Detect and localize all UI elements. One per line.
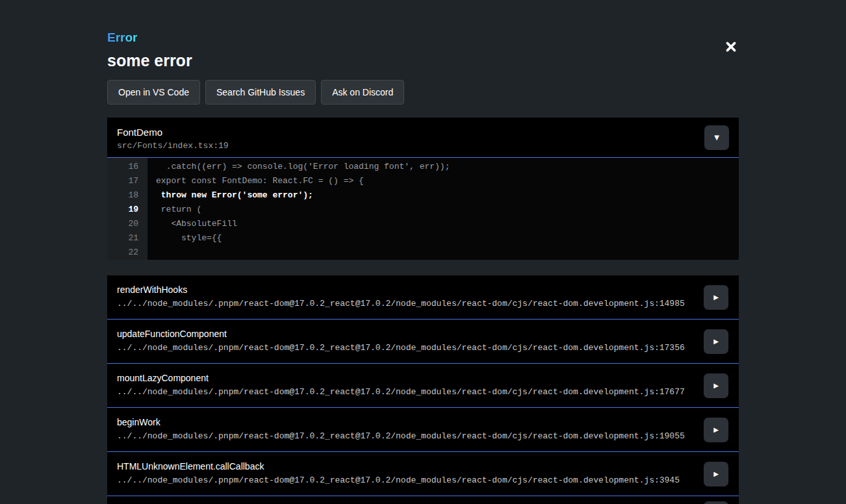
frame-source-location: ../../node_modules/.pnpm/react-dom@17.0.… bbox=[117, 475, 729, 485]
collapse-frame-button[interactable]: ▼ bbox=[704, 125, 729, 150]
error-overlay: { "header": { "kicker": "Error", "title"… bbox=[0, 0, 846, 504]
line-number: 16 bbox=[107, 160, 147, 174]
frame-function-name: FontDemo bbox=[117, 127, 729, 138]
frame-function-name: renderWithHooks bbox=[117, 284, 729, 296]
code-line-error: throw new Error('some error'); bbox=[147, 188, 739, 203]
code-line: style={{ bbox=[147, 231, 739, 246]
search-github-issues-button[interactable]: Search GitHub Issues bbox=[205, 80, 316, 105]
stack-frame-row: mountLazyComponent ../../node_modules/.p… bbox=[107, 364, 739, 408]
stack-frame-row-partial bbox=[107, 496, 739, 504]
code-snippet: 16 17 18 19 20 21 22 .catch((err) => con… bbox=[107, 158, 739, 260]
chevron-right-icon: ▶ bbox=[713, 471, 719, 477]
line-number-highlighted: 19 bbox=[107, 203, 147, 217]
chevron-right-icon: ▶ bbox=[713, 383, 719, 389]
code-line: .catch((err) => console.log('Error loadi… bbox=[147, 160, 739, 174]
frame-source-location: ../../node_modules/.pnpm/react-dom@17.0.… bbox=[117, 299, 729, 309]
line-number: 20 bbox=[107, 217, 147, 231]
stack-frame-row: beginWork ../../node_modules/.pnpm/react… bbox=[107, 408, 739, 452]
chevron-down-icon: ▼ bbox=[714, 134, 719, 141]
expand-frame-button[interactable]: ▶ bbox=[704, 373, 728, 398]
code-line: <AbsoluteFill bbox=[147, 217, 739, 231]
line-number: 21 bbox=[107, 231, 147, 246]
stack-trace-list: renderWithHooks ../../node_modules/.pnpm… bbox=[107, 275, 739, 504]
stack-frame-expanded: FontDemo src/Fonts/index.tsx:19 ▼ 16 17 … bbox=[107, 118, 739, 260]
frame-function-name: beginWork bbox=[117, 417, 729, 428]
stack-frame-row: updateFunctionComponent ../../node_modul… bbox=[107, 320, 739, 364]
frame-source-location: ../../node_modules/.pnpm/react-dom@17.0.… bbox=[117, 387, 729, 397]
chevron-right-icon: ▶ bbox=[713, 294, 719, 301]
open-in-vscode-button[interactable]: Open in VS Code bbox=[107, 80, 200, 105]
chevron-right-icon: ▶ bbox=[713, 338, 719, 345]
line-number-gutter: 16 17 18 19 20 21 22 bbox=[107, 158, 147, 260]
code-lines: .catch((err) => console.log('Error loadi… bbox=[147, 158, 739, 260]
error-panel: Error some error Open in VS Code Search … bbox=[107, 0, 739, 504]
expand-frame-button[interactable]: ▶ bbox=[704, 418, 728, 442]
expand-frame-button[interactable]: ▶ bbox=[704, 285, 728, 310]
stack-frame-row: renderWithHooks ../../node_modules/.pnpm… bbox=[107, 275, 739, 320]
line-number: 22 bbox=[107, 246, 147, 260]
expand-frame-button[interactable]: ▶ bbox=[704, 329, 728, 354]
expand-frame-button[interactable]: ▶ bbox=[704, 462, 728, 486]
error-type-label: Error bbox=[107, 30, 137, 45]
frame-source-location: src/Fonts/index.tsx:19 bbox=[117, 141, 729, 151]
frame-source-location: ../../node_modules/.pnpm/react-dom@17.0.… bbox=[117, 431, 729, 441]
expand-frame-button[interactable] bbox=[704, 501, 728, 504]
frame-source-location: ../../node_modules/.pnpm/react-dom@17.0.… bbox=[117, 343, 729, 353]
chevron-right-icon: ▶ bbox=[713, 427, 719, 433]
frame-function-name: mountLazyComponent bbox=[117, 373, 729, 384]
code-line: return ( bbox=[147, 203, 739, 217]
ask-on-discord-button[interactable]: Ask on Discord bbox=[321, 80, 404, 105]
code-line: export const FontDemo: React.FC = () => … bbox=[147, 174, 739, 188]
frame-function-name: HTMLUnknownElement.callCallback bbox=[117, 461, 729, 472]
line-number: 17 bbox=[107, 174, 147, 188]
stack-frame-row: HTMLUnknownElement.callCallback ../../no… bbox=[107, 452, 739, 496]
line-number: 18 bbox=[107, 188, 147, 203]
stack-frame-header: FontDemo src/Fonts/index.tsx:19 ▼ bbox=[107, 118, 739, 158]
action-buttons: Open in VS Code Search GitHub Issues Ask… bbox=[107, 80, 739, 105]
frame-function-name: updateFunctionComponent bbox=[117, 329, 729, 340]
error-message: some error bbox=[107, 51, 739, 69]
